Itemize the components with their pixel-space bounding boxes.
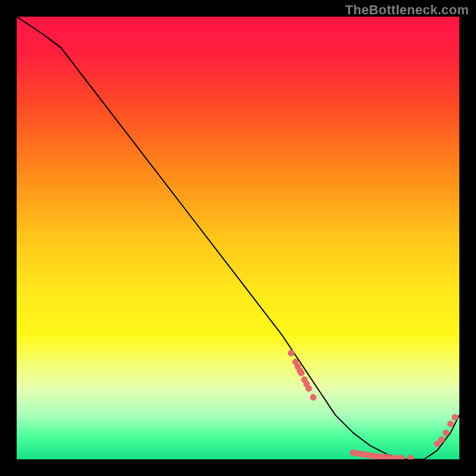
highlight-point — [452, 414, 458, 421]
gradient-background — [17, 17, 459, 459]
highlight-point — [306, 385, 312, 392]
chart-frame: TheBottleneck.com — [0, 0, 476, 476]
plot-area — [17, 17, 459, 459]
highlight-point — [310, 394, 317, 400]
highlight-point — [443, 430, 449, 436]
watermark-label: TheBottleneck.com — [345, 2, 469, 18]
highlight-point — [447, 421, 454, 427]
highlight-point — [288, 350, 295, 356]
highlight-point — [439, 436, 445, 443]
highlight-point — [298, 369, 305, 376]
chart-svg — [17, 17, 459, 459]
